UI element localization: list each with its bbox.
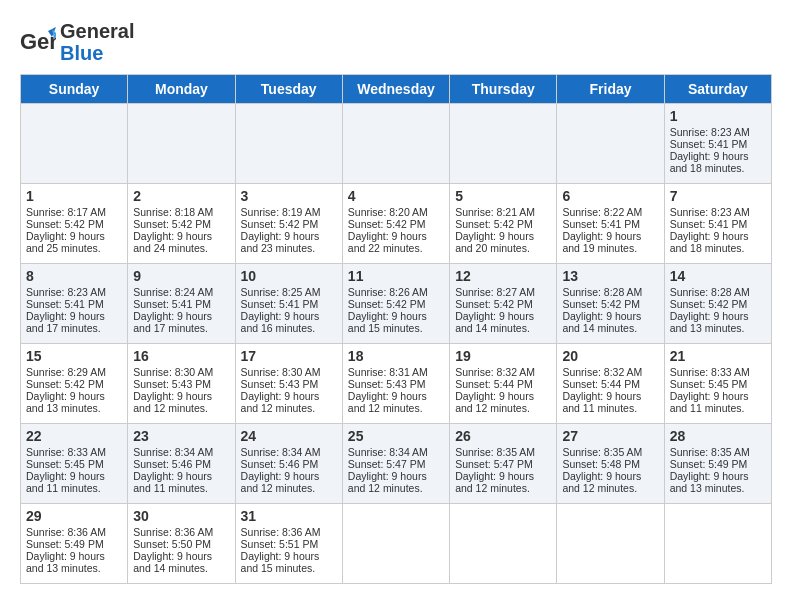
calendar-cell: 6Sunrise: 8:22 AMSunset: 5:41 PMDaylight… (557, 184, 664, 264)
calendar-cell: 7Sunrise: 8:23 AMSunset: 5:41 PMDaylight… (664, 184, 771, 264)
sunrise-text: Sunrise: 8:36 AM (26, 526, 122, 538)
calendar-cell (450, 104, 557, 184)
calendar-cell: 21Sunrise: 8:33 AMSunset: 5:45 PMDayligh… (664, 344, 771, 424)
day-number: 19 (455, 348, 551, 364)
sunrise-text: Sunrise: 8:17 AM (26, 206, 122, 218)
logo-text-line2: Blue (60, 42, 134, 64)
day-number: 12 (455, 268, 551, 284)
daylight-text: Daylight: 9 hours and 11 minutes. (26, 470, 122, 494)
calendar-cell (664, 504, 771, 584)
sunrise-text: Sunrise: 8:26 AM (348, 286, 444, 298)
day-number: 27 (562, 428, 658, 444)
calendar-cell (557, 104, 664, 184)
day-number: 9 (133, 268, 229, 284)
sunset-text: Sunset: 5:48 PM (562, 458, 658, 470)
day-number: 25 (348, 428, 444, 444)
sunset-text: Sunset: 5:46 PM (133, 458, 229, 470)
sunset-text: Sunset: 5:42 PM (562, 298, 658, 310)
sunrise-text: Sunrise: 8:24 AM (133, 286, 229, 298)
daylight-text: Daylight: 9 hours and 15 minutes. (348, 310, 444, 334)
sunset-text: Sunset: 5:49 PM (670, 458, 766, 470)
calendar-cell: 3Sunrise: 8:19 AMSunset: 5:42 PMDaylight… (235, 184, 342, 264)
calendar-cell: 10Sunrise: 8:25 AMSunset: 5:41 PMDayligh… (235, 264, 342, 344)
sunset-text: Sunset: 5:43 PM (133, 378, 229, 390)
daylight-text: Daylight: 9 hours and 17 minutes. (133, 310, 229, 334)
sunset-text: Sunset: 5:45 PM (26, 458, 122, 470)
sunrise-text: Sunrise: 8:33 AM (26, 446, 122, 458)
sunrise-text: Sunrise: 8:28 AM (562, 286, 658, 298)
week-row: 1Sunrise: 8:17 AMSunset: 5:42 PMDaylight… (21, 184, 772, 264)
col-header-tuesday: Tuesday (235, 75, 342, 104)
daylight-text: Daylight: 9 hours and 18 minutes. (670, 230, 766, 254)
calendar-cell (450, 504, 557, 584)
col-header-sunday: Sunday (21, 75, 128, 104)
day-number: 16 (133, 348, 229, 364)
daylight-text: Daylight: 9 hours and 14 minutes. (455, 310, 551, 334)
sunset-text: Sunset: 5:44 PM (562, 378, 658, 390)
sunrise-text: Sunrise: 8:33 AM (670, 366, 766, 378)
daylight-text: Daylight: 9 hours and 20 minutes. (455, 230, 551, 254)
sunset-text: Sunset: 5:47 PM (348, 458, 444, 470)
day-number: 21 (670, 348, 766, 364)
sunset-text: Sunset: 5:41 PM (133, 298, 229, 310)
day-number: 6 (562, 188, 658, 204)
sunset-text: Sunset: 5:47 PM (455, 458, 551, 470)
sunset-text: Sunset: 5:49 PM (26, 538, 122, 550)
day-number: 1 (670, 108, 766, 124)
sunrise-text: Sunrise: 8:23 AM (670, 206, 766, 218)
daylight-text: Daylight: 9 hours and 22 minutes. (348, 230, 444, 254)
day-number: 17 (241, 348, 337, 364)
daylight-text: Daylight: 9 hours and 15 minutes. (241, 550, 337, 574)
header-row: SundayMondayTuesdayWednesdayThursdayFrid… (21, 75, 772, 104)
daylight-text: Daylight: 9 hours and 12 minutes. (562, 470, 658, 494)
day-number: 14 (670, 268, 766, 284)
day-number: 15 (26, 348, 122, 364)
col-header-wednesday: Wednesday (342, 75, 449, 104)
sunrise-text: Sunrise: 8:34 AM (241, 446, 337, 458)
sunset-text: Sunset: 5:43 PM (241, 378, 337, 390)
logo-icon: Gen (20, 27, 56, 57)
calendar-cell: 15Sunrise: 8:29 AMSunset: 5:42 PMDayligh… (21, 344, 128, 424)
calendar-cell: 30Sunrise: 8:36 AMSunset: 5:50 PMDayligh… (128, 504, 235, 584)
day-number: 7 (670, 188, 766, 204)
calendar-cell: 1Sunrise: 8:23 AMSunset: 5:41 PMDaylight… (664, 104, 771, 184)
daylight-text: Daylight: 9 hours and 12 minutes. (241, 390, 337, 414)
sunrise-text: Sunrise: 8:36 AM (133, 526, 229, 538)
day-number: 26 (455, 428, 551, 444)
calendar-cell: 28Sunrise: 8:35 AMSunset: 5:49 PMDayligh… (664, 424, 771, 504)
sunrise-text: Sunrise: 8:25 AM (241, 286, 337, 298)
sunset-text: Sunset: 5:42 PM (241, 218, 337, 230)
day-number: 13 (562, 268, 658, 284)
calendar-cell (235, 104, 342, 184)
week-row: 8Sunrise: 8:23 AMSunset: 5:41 PMDaylight… (21, 264, 772, 344)
day-number: 8 (26, 268, 122, 284)
calendar-cell (128, 104, 235, 184)
sunset-text: Sunset: 5:41 PM (241, 298, 337, 310)
col-header-saturday: Saturday (664, 75, 771, 104)
calendar-cell: 29Sunrise: 8:36 AMSunset: 5:49 PMDayligh… (21, 504, 128, 584)
calendar-cell: 22Sunrise: 8:33 AMSunset: 5:45 PMDayligh… (21, 424, 128, 504)
sunset-text: Sunset: 5:41 PM (670, 218, 766, 230)
calendar-cell: 12Sunrise: 8:27 AMSunset: 5:42 PMDayligh… (450, 264, 557, 344)
sunrise-text: Sunrise: 8:32 AM (562, 366, 658, 378)
sunset-text: Sunset: 5:43 PM (348, 378, 444, 390)
header: Gen General Blue (20, 20, 772, 64)
calendar-cell: 26Sunrise: 8:35 AMSunset: 5:47 PMDayligh… (450, 424, 557, 504)
day-number: 29 (26, 508, 122, 524)
week-row: 15Sunrise: 8:29 AMSunset: 5:42 PMDayligh… (21, 344, 772, 424)
sunset-text: Sunset: 5:42 PM (26, 378, 122, 390)
col-header-thursday: Thursday (450, 75, 557, 104)
day-number: 23 (133, 428, 229, 444)
daylight-text: Daylight: 9 hours and 18 minutes. (670, 150, 766, 174)
day-number: 22 (26, 428, 122, 444)
day-number: 3 (241, 188, 337, 204)
daylight-text: Daylight: 9 hours and 13 minutes. (26, 550, 122, 574)
calendar-cell: 1Sunrise: 8:17 AMSunset: 5:42 PMDaylight… (21, 184, 128, 264)
sunrise-text: Sunrise: 8:34 AM (348, 446, 444, 458)
calendar-cell: 25Sunrise: 8:34 AMSunset: 5:47 PMDayligh… (342, 424, 449, 504)
calendar-cell: 9Sunrise: 8:24 AMSunset: 5:41 PMDaylight… (128, 264, 235, 344)
calendar-cell: 17Sunrise: 8:30 AMSunset: 5:43 PMDayligh… (235, 344, 342, 424)
sunrise-text: Sunrise: 8:28 AM (670, 286, 766, 298)
daylight-text: Daylight: 9 hours and 13 minutes. (26, 390, 122, 414)
sunset-text: Sunset: 5:42 PM (670, 298, 766, 310)
